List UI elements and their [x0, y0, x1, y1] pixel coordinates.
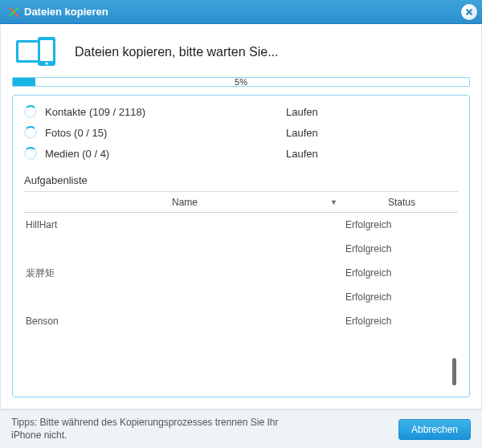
footer: Tipps: Bitte während des Kopierungsproze…: [0, 409, 482, 448]
task-list-header: Name ▼ Status: [24, 192, 458, 213]
header-row: Dateien kopieren, bitte warten Sie...: [12, 34, 470, 75]
category-row: Kontakte (109 / 2118) Laufen: [24, 105, 458, 118]
table-row: HillHart Erfolgreich: [24, 213, 458, 237]
titlebar: Dateien kopieren: [0, 0, 482, 24]
category-label: Kontakte (109 / 2118): [45, 106, 286, 118]
column-header-name[interactable]: Name ▼: [24, 197, 345, 208]
cell-status: Erfolgreich: [345, 316, 458, 327]
category-label: Medien (0 / 4): [45, 148, 286, 160]
task-section: Aufgabenliste Name ▼ Status HillHart Erf…: [24, 174, 458, 389]
svg-point-6: [45, 62, 47, 64]
close-button[interactable]: [461, 4, 477, 20]
cell-name: Benson: [24, 316, 345, 327]
column-header-name-label: Name: [172, 197, 198, 208]
cell-status: Erfolgreich: [345, 243, 458, 255]
window-title: Dateien kopieren: [24, 6, 108, 18]
spinner-icon: [24, 126, 37, 139]
category-status: Laufen: [286, 127, 318, 139]
table-row: Benson Erfolgreich: [24, 309, 458, 333]
category-label: Fotos (0 / 15): [45, 127, 286, 139]
scrollbar-thumb[interactable]: [452, 358, 456, 385]
svg-rect-5: [40, 40, 53, 61]
titlebar-left: Dateien kopieren: [8, 6, 108, 18]
progress-bar: 5%: [12, 77, 470, 87]
category-row: Fotos (0 / 15) Laufen: [24, 126, 458, 139]
cell-status: Erfolgreich: [345, 219, 458, 230]
progress-label: 5%: [235, 77, 247, 87]
app-icon: [8, 6, 19, 18]
cell-name: HillHart: [24, 219, 345, 230]
category-status: Laufen: [286, 148, 318, 160]
footer-tip: Tipps: Bitte während des Kopierungsproze…: [11, 417, 300, 442]
devices-icon: [15, 35, 60, 69]
content-panel: Kontakte (109 / 2118) Laufen Fotos (0 / …: [12, 95, 470, 397]
category-row: Medien (0 / 4) Laufen: [24, 147, 458, 160]
spinner-icon: [24, 147, 37, 160]
svg-rect-3: [18, 43, 41, 60]
cell-status: Erfolgreich: [345, 267, 458, 279]
table-row: Erfolgreich: [24, 285, 458, 309]
progress-bar-fill: [13, 78, 35, 86]
cancel-button[interactable]: Abbrechen: [398, 419, 471, 440]
category-list: Kontakte (109 / 2118) Laufen Fotos (0 / …: [24, 105, 458, 160]
category-status: Laufen: [286, 106, 318, 118]
client-area: Dateien kopieren, bitte warten Sie... 5%…: [0, 24, 482, 409]
spinner-icon: [24, 105, 37, 118]
cell-name: 裴胖矩: [24, 267, 345, 280]
cell-status: Erfolgreich: [345, 291, 458, 303]
table-row: Erfolgreich: [24, 237, 458, 261]
column-header-status[interactable]: Status: [345, 197, 458, 208]
progress-row: 5%: [12, 77, 470, 87]
task-list-title: Aufgabenliste: [24, 174, 458, 192]
dialog-window: Dateien kopieren Dateien kopieren, bitte…: [0, 0, 482, 448]
table-row: 裴胖矩 Erfolgreich: [24, 261, 458, 285]
sort-caret-icon: ▼: [330, 198, 337, 206]
heading-text: Dateien kopieren, bitte warten Sie...: [75, 45, 278, 59]
task-list-body: HillHart Erfolgreich Erfolgreich 裴胖矩 Erf…: [24, 213, 458, 389]
